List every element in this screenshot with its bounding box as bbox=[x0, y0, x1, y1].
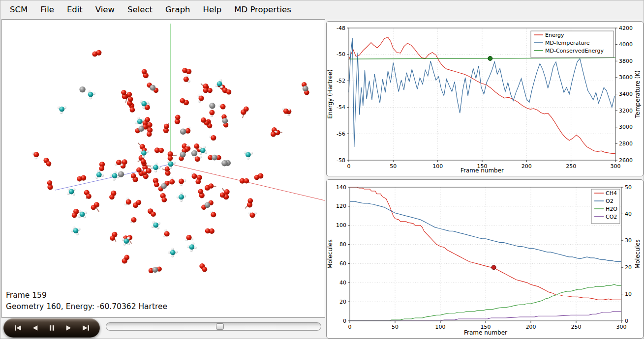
menu-item-scm[interactable]: SCM bbox=[3, 2, 34, 17]
menu-item-file[interactable]: File bbox=[34, 2, 61, 17]
menu-item-graph[interactable]: Graph bbox=[159, 2, 197, 17]
svg-text:100: 100 bbox=[432, 163, 443, 170]
svg-text:50: 50 bbox=[625, 184, 632, 191]
x-axis-label: Frame number bbox=[460, 167, 504, 174]
series-MD-ConservedEnergy bbox=[349, 58, 615, 59]
svg-text:3400: 3400 bbox=[619, 91, 633, 97]
svg-text:140: 140 bbox=[336, 184, 346, 191]
svg-text:200: 200 bbox=[526, 324, 536, 330]
svg-text:-52: -52 bbox=[337, 78, 345, 84]
skip-to-start-icon bbox=[14, 325, 23, 331]
x-axis-label: Frame number bbox=[464, 329, 507, 336]
svg-text:MD-Temperature: MD-Temperature bbox=[545, 40, 590, 46]
svg-text:200: 200 bbox=[521, 163, 532, 170]
menu-item-select[interactable]: Select bbox=[121, 2, 159, 17]
molecule-viewport[interactable]: Frame 159 Geometry 160, Energy: -60.7036… bbox=[1, 19, 325, 318]
svg-text:CH4: CH4 bbox=[606, 190, 617, 197]
svg-text:250: 250 bbox=[566, 163, 576, 170]
grid bbox=[350, 187, 621, 321]
play-backward-icon bbox=[31, 325, 39, 331]
molecule-count-chart[interactable]: 0204060801001201400102030405005010015020… bbox=[326, 179, 644, 339]
menu-item-edit[interactable]: Edit bbox=[61, 2, 89, 17]
pause-icon bbox=[48, 325, 56, 331]
legend: CH4O2H2OCO2 bbox=[591, 189, 620, 224]
svg-text:0: 0 bbox=[343, 318, 346, 324]
energy-temperature-plot: -58-56-54-52-50-482600280030003200340036… bbox=[327, 22, 643, 176]
svg-text:2600: 2600 bbox=[619, 157, 633, 164]
first-frame-button[interactable] bbox=[11, 321, 25, 335]
svg-text:120: 120 bbox=[336, 203, 346, 209]
svg-text:-58: -58 bbox=[337, 157, 345, 164]
svg-text:300: 300 bbox=[611, 163, 621, 170]
svg-text:H2O: H2O bbox=[606, 206, 617, 212]
svg-text:100: 100 bbox=[435, 324, 446, 330]
molecule-scene bbox=[2, 20, 325, 317]
svg-text:-50: -50 bbox=[337, 51, 345, 57]
frame-info: Frame 159 Geometry 160, Energy: -60.7036… bbox=[6, 290, 167, 312]
menu-bar: SCMFileEditViewSelectGraphHelpMD Propert… bbox=[0, 0, 644, 19]
svg-text:0: 0 bbox=[347, 163, 351, 170]
playback-controls bbox=[3, 318, 100, 338]
geometry-energy-label: Geometry 160, Energy: -60.70362 Hartree bbox=[6, 301, 167, 312]
molecule-counts-plot: 0204060801001201400102030405005010015020… bbox=[327, 180, 643, 338]
menu-item-md-properties[interactable]: MD Properties bbox=[228, 2, 298, 17]
play-forward-icon bbox=[65, 325, 72, 331]
svg-text:0: 0 bbox=[348, 324, 352, 330]
svg-text:50: 50 bbox=[390, 163, 397, 170]
series-CH4 bbox=[350, 187, 621, 300]
current-frame-marker bbox=[488, 56, 492, 60]
svg-text:3200: 3200 bbox=[619, 108, 633, 114]
svg-text:2800: 2800 bbox=[619, 141, 633, 147]
skip-to-end-icon bbox=[81, 325, 90, 331]
frame-slider[interactable] bbox=[106, 322, 321, 331]
svg-text:3000: 3000 bbox=[619, 124, 633, 130]
svg-text:4200: 4200 bbox=[619, 25, 633, 31]
current-frame-marker bbox=[491, 265, 496, 270]
svg-text:O2: O2 bbox=[606, 198, 613, 204]
svg-text:3600: 3600 bbox=[619, 74, 633, 81]
left-axis-label: Molecules bbox=[327, 239, 334, 269]
svg-text:3800: 3800 bbox=[619, 58, 633, 64]
svg-text:300: 300 bbox=[616, 324, 627, 330]
play-forward-button[interactable] bbox=[61, 321, 75, 335]
legend: EnergyMD-TemperatureMD-ConservedEnergy bbox=[531, 31, 613, 57]
svg-text:-54: -54 bbox=[337, 104, 345, 111]
svg-text:0: 0 bbox=[625, 318, 628, 324]
svg-text:100: 100 bbox=[336, 222, 346, 228]
svg-text:250: 250 bbox=[571, 324, 582, 330]
amsmovie-window: SCMFileEditViewSelectGraphHelpMD Propert… bbox=[0, 0, 644, 339]
svg-text:80: 80 bbox=[339, 241, 346, 248]
frame-label: Frame 159 bbox=[6, 290, 167, 301]
svg-text:30: 30 bbox=[625, 237, 632, 244]
svg-text:40: 40 bbox=[625, 211, 632, 217]
svg-text:40: 40 bbox=[339, 280, 346, 286]
svg-text:50: 50 bbox=[392, 324, 399, 330]
svg-text:20: 20 bbox=[339, 299, 346, 305]
svg-text:-56: -56 bbox=[337, 131, 345, 137]
svg-text:Energy: Energy bbox=[545, 32, 564, 38]
svg-text:MD-ConservedEnergy: MD-ConservedEnergy bbox=[545, 48, 604, 54]
svg-text:-48: -48 bbox=[337, 25, 345, 31]
menu-item-help[interactable]: Help bbox=[197, 2, 228, 17]
menu-item-view[interactable]: View bbox=[89, 2, 121, 17]
left-axis-label: Energy (Hartree) bbox=[327, 69, 334, 119]
pause-button[interactable] bbox=[45, 321, 59, 335]
svg-text:20: 20 bbox=[625, 264, 632, 271]
right-axis-label: Molecules bbox=[634, 239, 641, 269]
svg-text:CO2: CO2 bbox=[606, 214, 617, 220]
svg-text:10: 10 bbox=[625, 291, 632, 297]
play-backward-button[interactable] bbox=[28, 321, 42, 335]
right-axis-label: Temperature (K) bbox=[634, 70, 641, 118]
svg-text:60: 60 bbox=[339, 260, 346, 267]
frame-slider-thumb[interactable] bbox=[216, 323, 224, 330]
svg-text:4000: 4000 bbox=[619, 41, 633, 48]
last-frame-button[interactable] bbox=[78, 321, 92, 335]
energy-temperature-chart[interactable]: -58-56-54-52-50-482600280030003200340036… bbox=[326, 21, 644, 176]
